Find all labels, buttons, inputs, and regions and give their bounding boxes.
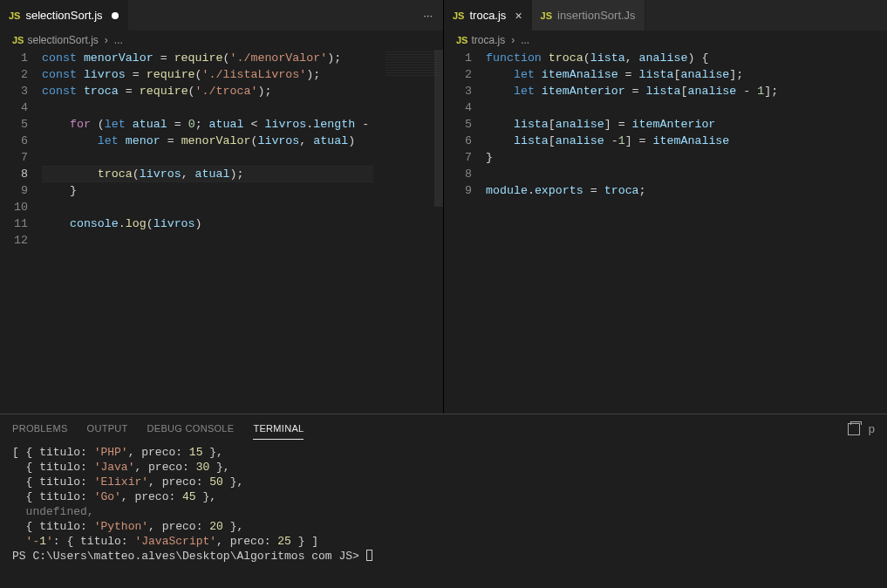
breadcrumb-file: selectionSort.js	[27, 34, 98, 46]
maximize-panel-icon[interactable]	[848, 423, 860, 435]
editor-pane-left: JSselectionSort.js ··· JS selectionSort.…	[0, 0, 444, 414]
editor-tab[interactable]: JStroca.js×	[444, 0, 532, 31]
chevron-right-icon: ›	[511, 34, 515, 46]
editor-tab[interactable]: JSinsertionSort.Js	[532, 0, 645, 31]
scrollbar-left[interactable]	[434, 50, 443, 207]
js-file-icon: JS	[9, 10, 20, 21]
tab-bar-left: JSselectionSort.js ···	[0, 0, 443, 31]
panel-tab-terminal[interactable]: TERMINAL	[253, 423, 304, 440]
close-tab-icon[interactable]: ×	[515, 9, 522, 23]
code-area-right[interactable]: 123456789 function troca(lista, analise)…	[444, 50, 887, 414]
tab-overflow-button[interactable]: ···	[413, 9, 443, 22]
js-file-icon: JS	[541, 10, 552, 21]
tab-label: troca.js	[469, 9, 506, 22]
panel-right-label: p	[869, 422, 875, 435]
gutter-right[interactable]: 123456789	[444, 50, 486, 199]
gutter-left[interactable]: 123456789101112	[0, 50, 42, 249]
panel-tab-output[interactable]: OUTPUT	[87, 423, 128, 440]
js-file-icon: JS	[12, 35, 24, 45]
code-lines-right[interactable]: function troca(lista, analise) { let ite…	[486, 50, 887, 199]
editor-pane-right: JStroca.js×JSinsertionSort.Js JS troca.j…	[444, 0, 887, 414]
panel-tabbar: PROBLEMSOUTPUTDEBUG CONSOLETERMINAL p	[0, 414, 887, 443]
code-area-left[interactable]: 123456789101112 const menorValor = requi…	[0, 50, 443, 414]
js-file-icon: JS	[453, 10, 464, 21]
breadcrumb-rest: ...	[114, 34, 123, 46]
editor-tab[interactable]: JSselectionSort.js	[0, 0, 128, 31]
breadcrumb-file: troca.js	[471, 34, 505, 46]
minimap-left[interactable]	[373, 50, 443, 414]
tab-label: selectionSort.js	[25, 9, 102, 22]
breadcrumb-rest: ...	[521, 34, 529, 46]
panel-tab-problems[interactable]: PROBLEMS	[12, 423, 68, 440]
breadcrumb-right[interactable]: JS troca.js › ...	[444, 31, 887, 50]
panel-tab-debug-console[interactable]: DEBUG CONSOLE	[147, 423, 235, 440]
tab-bar-right: JStroca.js×JSinsertionSort.Js	[444, 0, 887, 31]
js-file-icon: JS	[456, 35, 467, 45]
breadcrumb-left[interactable]: JS selectionSort.js › ...	[0, 31, 443, 50]
terminal[interactable]: [ { titulo: 'PHP', preco: 15 }, { titulo…	[0, 443, 887, 588]
tab-label: insertionSort.Js	[557, 9, 636, 22]
terminal-cursor	[366, 550, 372, 561]
bottom-panel: PROBLEMSOUTPUTDEBUG CONSOLETERMINAL p [ …	[0, 414, 887, 588]
chevron-right-icon: ›	[105, 34, 108, 46]
dirty-indicator-icon	[112, 12, 119, 19]
